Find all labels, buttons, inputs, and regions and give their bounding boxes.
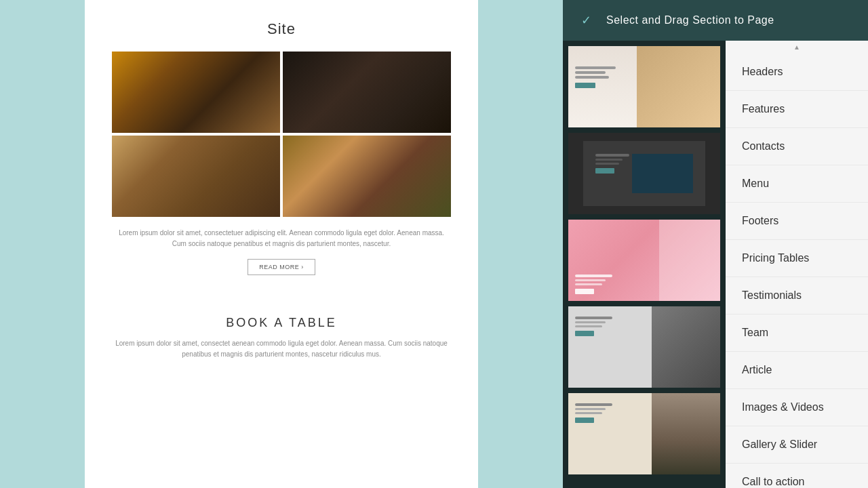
thumbnail-3[interactable] [568,220,720,301]
thumb-3-line-2 [575,279,606,281]
thumb-text-line-3 [575,76,609,79]
thumb-4-line-3 [575,325,602,327]
thumb-3-line-1 [575,274,612,277]
thumb-5-btn [575,418,594,423]
category-images-videos[interactable]: Images & Videos [726,389,868,426]
scroll-up-indicator[interactable]: ▲ [726,41,868,54]
thumb-4-btn [575,331,594,336]
thumb-2-line-3 [595,163,619,165]
thumb-3-line-3 [575,283,602,285]
thumb-5-line-1 [575,403,612,406]
book-title: BOOK A TABLE [112,316,451,330]
categories-column: ▲ Headers Features Contacts Menu Footers… [726,41,868,488]
right-panel: ✓ Select and Drag Section to Page [563,0,868,488]
category-article[interactable]: Article [726,352,868,389]
panel-body: ▲ Headers Features Contacts Menu Footers… [563,41,868,488]
category-gallery-slider[interactable]: Gallery & Slider [726,426,868,464]
thumb-5-bg-image [652,393,720,474]
thumb-text-line-1 [575,66,616,69]
book-text: Lorem ipsum dolor sit amet, consectet ae… [112,338,451,360]
thumb-4-line-2 [575,321,606,323]
thumb-1-bg-image [637,46,720,127]
thumb-3-text [575,274,612,294]
check-icon: ✓ [576,11,595,30]
thumb-5-text [568,393,652,474]
lorem-description: Lorem ipsum dolor sit amet, consectetuer… [112,228,451,249]
site-section: Site Lorem ipsum dolor sit amet, [85,0,478,302]
photo-table [112,136,280,217]
thumbnail-2[interactable] [568,133,720,214]
page-preview: Site Lorem ipsum dolor sit amet, [85,0,478,488]
thumb-2-line-2 [595,159,623,161]
thumbnail-4[interactable] [568,306,720,388]
thumb-5-image-overlay [652,393,720,474]
book-section: BOOK A TABLE Lorem ipsum dolor sit amet,… [85,302,478,373]
thumb-5-line-3 [575,412,602,414]
category-headers[interactable]: Headers [726,54,868,91]
thumb-2-inner [583,141,705,206]
photo-wine [112,52,280,133]
category-team[interactable]: Team [726,314,868,352]
thumb-cta-button [575,83,595,88]
photo-grid [112,52,451,217]
category-menu[interactable]: Menu [726,165,868,203]
thumbnail-1[interactable] [568,46,720,127]
photo-food [283,136,451,217]
site-title: Site [112,20,451,38]
main-content-area: Site Lorem ipsum dolor sit amet, [0,0,563,488]
photo-bar [283,52,451,133]
photo-bottom-row [112,136,451,217]
thumb-4-text [568,306,619,388]
thumb-4-bg-image [652,306,720,388]
category-pricing-tables[interactable]: Pricing Tables [726,240,868,277]
thumbnail-5[interactable] [568,393,720,474]
thumbnails-column[interactable] [563,41,726,488]
table-photo [112,136,280,217]
panel-header: ✓ Select and Drag Section to Page [563,0,868,41]
thumb-3-btn [575,289,594,294]
thumb-5-line-2 [575,408,606,410]
panel-title: Select and Drag Section to Page [606,14,774,26]
thumb-3-overlay [659,220,720,301]
category-call-to-action[interactable]: Call to action [726,464,868,488]
thumb-4-line-1 [575,317,612,319]
bar-photo [283,52,451,133]
thumb-2-screen [632,154,693,193]
category-contacts[interactable]: Contacts [726,128,868,165]
category-testimonials[interactable]: Testimonials [726,277,868,314]
thumb-text-line-2 [575,71,606,74]
category-footers[interactable]: Footers [726,203,868,240]
read-more-button[interactable]: READ MORE › [248,259,315,275]
food-photo [283,136,451,217]
category-features[interactable]: Features [726,91,868,128]
thumb-2-line-1 [595,154,629,157]
thumb-2-btn [595,168,614,174]
thumb-2-text [595,154,629,174]
thumb-1-text-block [575,66,616,88]
wine-photo [112,52,280,133]
